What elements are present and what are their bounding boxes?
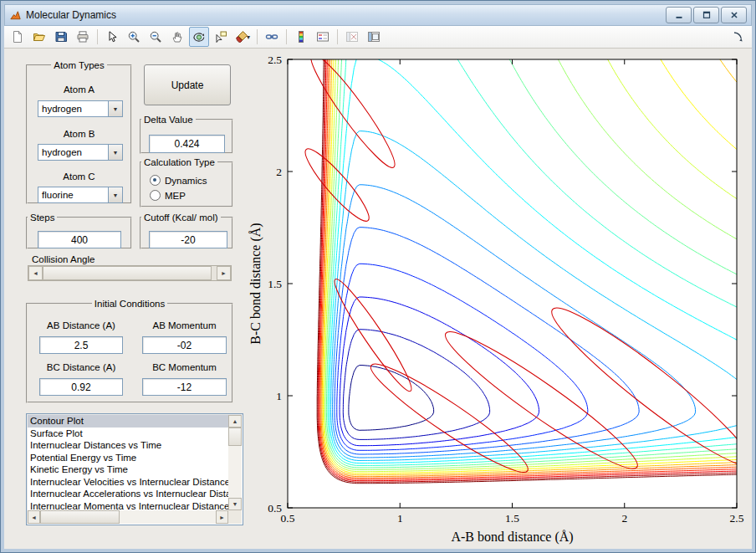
figure-content: Atom Types Atom A hydrogen ▼ Atom B hydr… [4, 49, 752, 549]
bc-distance-label: BC Distance (A) [39, 362, 123, 372]
list-item[interactable]: Kinetic Energy vs Time [28, 463, 228, 476]
atom-b-select[interactable]: hydrogen ▼ [38, 144, 123, 161]
title-bar: Molecular Dynamics [4, 4, 752, 26]
toolbar-separator [337, 29, 338, 44]
y-tick-label: 2.5 [268, 54, 282, 66]
hide-plot-tools-button [342, 27, 362, 47]
initial-conditions-panel: Initial Conditions AB Distance (A) AB Mo… [26, 299, 233, 403]
scroll-left-arrow[interactable]: ◄ [28, 510, 40, 524]
save-icon [54, 30, 68, 44]
x-axis-label: A-B bond distance (Å) [451, 530, 573, 545]
cutoff-field[interactable]: -20 [149, 231, 227, 248]
legend-icon [316, 30, 329, 44]
list-item[interactable]: Surface Plot [28, 428, 228, 440]
edit-plot-button[interactable] [102, 27, 122, 47]
window-controls [666, 7, 747, 23]
minimize-icon [673, 9, 685, 21]
steps-field[interactable]: 400 [38, 231, 121, 248]
delta-value-field[interactable]: 0.424 [149, 135, 225, 153]
scroll-up-arrow[interactable]: ▲ [228, 415, 242, 428]
show-plot-tools-button[interactable] [364, 27, 384, 47]
delta-value-panel: Delta Value 0.424 [140, 115, 233, 154]
bc-momentum-field[interactable]: -12 [142, 378, 227, 396]
new-figure-button[interactable] [8, 27, 28, 47]
ab-momentum-field[interactable]: -02 [142, 336, 227, 354]
app-icon [9, 9, 22, 22]
listbox-horizontal-scrollbar[interactable]: ◄ ► [28, 510, 228, 524]
atom-types-panel: Atom Types Atom A hydrogen ▼ Atom B hydr… [26, 60, 132, 204]
close-button[interactable] [721, 7, 747, 23]
toolbar-separator [97, 29, 98, 44]
list-item[interactable]: Internuclear Momenta vs Internuclear Dis… [28, 500, 228, 511]
brush-dropdown-arrow[interactable]: ▾ [247, 33, 250, 41]
pan-button[interactable] [167, 27, 187, 47]
chevron-down-icon[interactable]: ▼ [108, 101, 122, 116]
dock-figure-button[interactable] [728, 27, 748, 47]
y-tick-label: 0.5 [268, 502, 282, 515]
slider-left-arrow[interactable]: ◄ [28, 266, 43, 280]
atom-a-select[interactable]: hydrogen ▼ [38, 100, 123, 117]
radio-dynamics[interactable]: Dynamics [150, 175, 207, 186]
zoom-out-icon [149, 30, 162, 44]
scroll-right-arrow[interactable]: ► [216, 510, 228, 524]
atom-c-value: fluorine [38, 187, 108, 202]
insert-legend-button[interactable] [313, 27, 333, 47]
vertical-scroll-thumb[interactable] [228, 428, 242, 446]
open-file-button[interactable] [29, 27, 49, 47]
initial-conditions-title: Initial Conditions [92, 299, 167, 309]
list-item[interactable]: Potential Energy vs Time [28, 452, 228, 464]
horizontal-scroll-thumb[interactable] [40, 510, 120, 524]
ab-distance-field[interactable]: 2.5 [39, 336, 123, 354]
slider-thumb[interactable] [43, 266, 212, 280]
plot-type-list: Contour PlotSurface PlotInternuclear Dis… [28, 415, 228, 510]
plot-background[interactable] [288, 59, 737, 508]
list-item[interactable]: Internuclear Velocities vs Internuclear … [28, 476, 228, 489]
bc-distance-field[interactable]: 0.92 [39, 378, 123, 396]
save-figure-button[interactable] [51, 27, 71, 47]
radio-dynamics-label: Dynamics [165, 176, 207, 186]
data-cursor-button[interactable] [211, 27, 231, 47]
delta-value-title: Delta Value [141, 115, 196, 125]
scrollbar-corner [228, 510, 242, 524]
toolbar-separator [286, 29, 287, 44]
calculation-type-title: Calculation Type [141, 157, 217, 167]
brush-data-button[interactable]: ▾ [232, 27, 253, 47]
x-tick-label: 2.5 [730, 512, 744, 525]
y-tick-label: 1 [276, 390, 282, 402]
slider-right-arrow[interactable]: ► [217, 266, 231, 280]
plot-type-listbox: Contour PlotSurface PlotInternuclear Dis… [26, 413, 243, 525]
update-button[interactable]: Update [144, 64, 231, 105]
zoom-in-icon [127, 30, 140, 44]
atom-c-select[interactable]: fluorine ▼ [38, 187, 123, 203]
maximize-icon [701, 9, 713, 21]
radio-icon[interactable] [150, 175, 161, 186]
minimize-button[interactable] [666, 7, 692, 23]
list-item[interactable]: Internuclear Distances vs Time [28, 439, 228, 452]
listbox-vertical-scrollbar[interactable]: ▲ ▼ [228, 415, 242, 510]
cutoff-title: Cutoff (Kcal/ mol) [141, 212, 221, 223]
link-plot-button[interactable] [262, 27, 282, 47]
list-item[interactable]: Contour Plot [28, 415, 228, 428]
y-tick-label: 1.5 [268, 278, 282, 290]
zoom-in-button[interactable] [124, 27, 144, 47]
calculation-type-panel: Calculation Type Dynamics MEP [140, 157, 233, 207]
radio-mep[interactable]: MEP [150, 190, 186, 201]
cutoff-panel: Cutoff (Kcal/ mol) -20 [140, 212, 233, 249]
list-item[interactable]: Internuclear Accelerations vs Internucle… [28, 488, 228, 500]
scroll-down-arrow[interactable]: ▼ [228, 498, 242, 510]
radio-icon[interactable] [150, 190, 161, 201]
atom-b-label: Atom B [28, 129, 130, 139]
chevron-down-icon[interactable]: ▼ [108, 187, 122, 202]
colorbar-icon [294, 30, 308, 44]
zoom-out-button[interactable] [146, 27, 166, 47]
new-document-icon [11, 30, 24, 44]
maximize-button[interactable] [693, 7, 719, 23]
atom-c-label: Atom C [28, 172, 130, 182]
bc-momentum-label: BC Momentum [142, 362, 227, 372]
plot-axes[interactable]: 0.511.522.50.511.522.5A-B bond distance … [248, 49, 756, 550]
chevron-down-icon[interactable]: ▼ [108, 145, 122, 160]
insert-colorbar-button[interactable] [291, 27, 311, 47]
collision-angle-slider[interactable]: ◄ ► [28, 265, 232, 281]
print-figure-button[interactable] [73, 27, 93, 47]
rotate-3d-button[interactable] [189, 27, 209, 47]
